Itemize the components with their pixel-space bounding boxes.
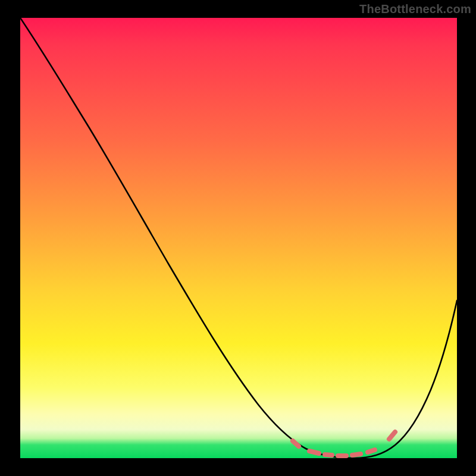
plot-area — [20, 18, 457, 458]
watermark-label: TheBottleneck.com — [359, 2, 471, 16]
chart-frame: TheBottleneck.com — [0, 0, 476, 476]
